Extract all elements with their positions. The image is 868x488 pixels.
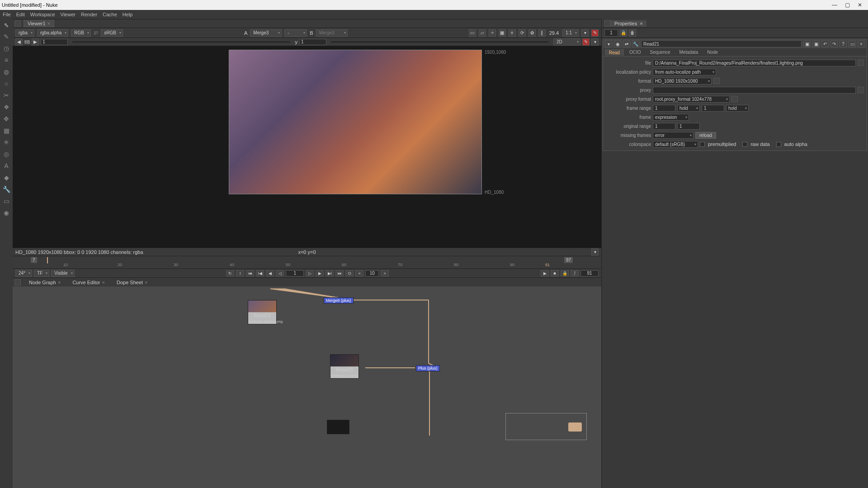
prop-count-input[interactable] [604, 29, 618, 37]
framerange-mode1-dd[interactable]: hold [677, 105, 700, 112]
timeline-start[interactable]: 7 [31, 257, 37, 263]
play-back-icon[interactable]: ◀ [266, 270, 274, 277]
loop-icon[interactable]: ↻ [226, 270, 234, 277]
node-merge6[interactable]: Merge6 (plus) [324, 297, 354, 304]
maximize-button[interactable]: ▢ [841, 1, 854, 9]
node-read20[interactable]: Read20finaltest1.GI.png [330, 354, 359, 379]
frame-input[interactable] [286, 270, 304, 277]
wrench-icon[interactable]: 🔧 [632, 40, 639, 47]
viewer-node[interactable] [505, 413, 587, 440]
trash-icon[interactable]: 🗑 [629, 29, 636, 37]
minimize-button[interactable]: — [828, 1, 841, 9]
next-key-icon[interactable]: ▶I [326, 270, 334, 277]
tab-viewer1[interactable]: Viewer1× [24, 20, 54, 27]
ptab-node[interactable]: Node [703, 49, 722, 55]
skip-fwd-icon[interactable]: ⏭ [335, 270, 344, 277]
node-graph[interactable]: Read21finaltest1.lighting.png Merge6 (pl… [13, 286, 601, 488]
close-icon[interactable]: × [102, 280, 105, 285]
zoom-value[interactable]: 29.4 [549, 30, 559, 36]
file-input[interactable] [653, 60, 856, 66]
menu-icon[interactable]: ▾ [591, 38, 599, 46]
format-edit-icon[interactable] [731, 96, 738, 102]
node-read-dark[interactable] [327, 420, 349, 434]
channel-dd-2[interactable]: rgba.alpha [37, 29, 68, 37]
tab-dopesheet[interactable]: Dope Sheet× [113, 279, 151, 286]
framerange-start[interactable] [653, 105, 675, 112]
tab-properties[interactable]: Properties× [611, 20, 646, 27]
overscan-icon[interactable]: ▱ [479, 29, 486, 37]
wand-icon[interactable]: ✧ [489, 29, 496, 37]
skip-input[interactable] [365, 270, 379, 277]
ptab-metadata[interactable]: Metadata [676, 49, 702, 55]
redo-icon[interactable]: ↷ [830, 40, 838, 47]
framerange-end[interactable] [702, 105, 724, 112]
channel-dd-1[interactable]: rgba [15, 29, 34, 37]
clock-icon[interactable]: ◷ [2, 44, 10, 52]
step-back-icon[interactable]: ◁ [276, 270, 284, 277]
menu-help[interactable]: Help [123, 12, 133, 17]
menu-render[interactable]: Render [81, 12, 97, 17]
last-frame-icon[interactable]: O [345, 270, 354, 277]
text-icon[interactable]: A [2, 162, 10, 170]
visible-dd[interactable]: Visible [51, 270, 74, 277]
menu-file[interactable]: File [3, 12, 11, 17]
prev-icon[interactable]: ◀ [15, 38, 23, 46]
close-icon[interactable]: × [145, 280, 147, 285]
mode-dd[interactable]: 2D [553, 38, 580, 46]
knife-icon[interactable]: ✂ [2, 91, 10, 99]
reload-button[interactable]: reload [695, 132, 716, 139]
format-dd[interactable]: HD_1080 868x488 [653, 78, 712, 84]
browse-icon[interactable] [858, 87, 864, 93]
gain-input[interactable] [41, 39, 68, 45]
ptab-ocio[interactable]: OCIO [626, 49, 645, 55]
colorspace-dd[interactable]: sRGB [101, 29, 123, 37]
b-input-dd[interactable]: Merge3 [316, 29, 348, 37]
pause-icon[interactable]: ∥ [538, 29, 546, 37]
origrange-end[interactable] [677, 123, 700, 130]
chevron-down-icon[interactable]: ▾ [581, 29, 589, 37]
pen-icon[interactable]: ✎ [2, 33, 10, 41]
node-plus[interactable]: Plus (plus) [416, 365, 440, 371]
format-edit-icon[interactable] [713, 78, 720, 84]
wipe-dd[interactable]: - [284, 29, 307, 37]
a-input-dd[interactable]: Merge3 [250, 29, 282, 37]
tab-handle-icon[interactable] [14, 20, 21, 27]
framerange-mode2-dd[interactable]: hold [726, 105, 749, 112]
gamma-slider[interactable] [331, 41, 549, 43]
layers-icon[interactable]: ❖ [2, 103, 10, 111]
browse-icon[interactable] [858, 60, 864, 66]
proxyformat-dd[interactable]: root.proxy_format 1024x778 [653, 96, 730, 103]
frame-dd[interactable]: expression [653, 114, 689, 121]
pointer-icon[interactable]: ⬉ [2, 21, 10, 29]
lock-icon[interactable]: 🔒 [561, 270, 569, 277]
ptab-sequence[interactable]: Sequence [646, 49, 674, 55]
menu-edit[interactable]: Edit [16, 12, 25, 17]
tab-nodegraph[interactable]: Node Graph× [25, 279, 64, 286]
pin-icon[interactable]: ▣ [803, 40, 811, 47]
float-icon[interactable]: ▭ [849, 40, 856, 47]
circle-icon[interactable]: ○ [2, 80, 10, 88]
record-icon[interactable]: ✎ [591, 29, 599, 37]
panel-icon[interactable]: ▭ [2, 197, 10, 205]
cube-icon[interactable]: ▦ [2, 127, 10, 135]
close-button[interactable]: ✕ [854, 1, 866, 9]
prev-key-icon[interactable]: I◀ [256, 270, 264, 277]
tab-curveeditor[interactable]: Curve Editor× [69, 279, 108, 286]
rawdata-check[interactable] [742, 142, 747, 147]
menu-viewer[interactable]: Viewer [61, 12, 75, 17]
viewport[interactable]: 1920,1080 HD_1080 [13, 46, 601, 248]
spark-icon[interactable]: ✳ [2, 138, 10, 146]
channel-dd-3[interactable]: RGB [71, 29, 91, 37]
step-fwd-icon[interactable]: ▷ [306, 270, 314, 277]
tf-dd[interactable]: TF [34, 270, 49, 277]
playhead-icon[interactable] [47, 257, 48, 263]
dup-icon[interactable]: ▣ [812, 40, 820, 47]
tab-handle-icon[interactable] [14, 279, 21, 286]
expand-icon[interactable]: ▾ [591, 249, 599, 256]
autoalpha-check[interactable] [776, 142, 781, 147]
disc-icon[interactable]: ◎ [2, 150, 10, 158]
colorspace-dd[interactable]: default (sRGB) [653, 141, 698, 148]
origrange-start[interactable] [653, 123, 675, 130]
eye-icon[interactable]: ◉ [614, 40, 621, 47]
lock-icon[interactable]: 🔒 [620, 29, 627, 37]
